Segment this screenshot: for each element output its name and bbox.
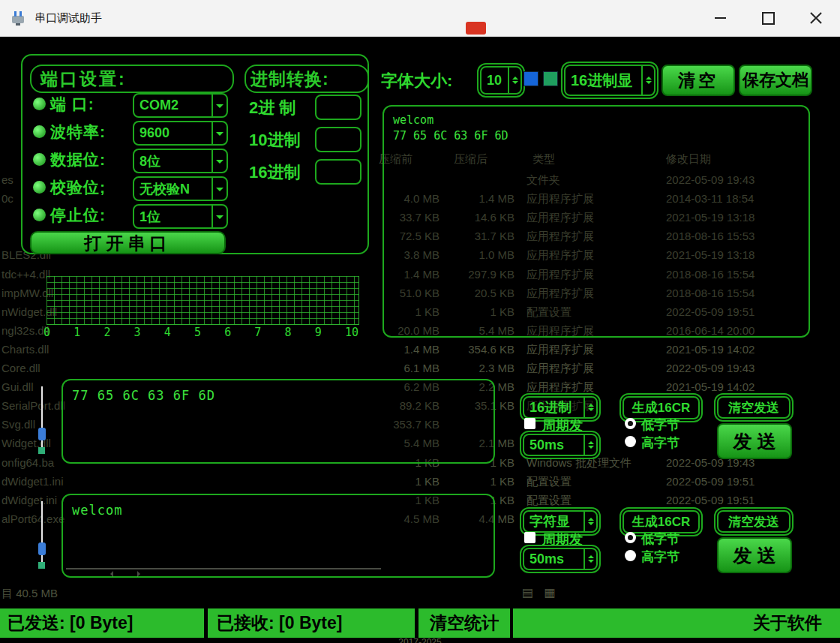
spin-up-icon (646, 74, 652, 80)
chart-x-tick-label: 7 (254, 326, 261, 339)
about-software-button[interactable]: 关于软件 (753, 611, 822, 635)
receive-terminal[interactable]: welcom 77 65 6C 63 6F 6D (382, 105, 810, 338)
background-size-after: 354.6 KB (444, 343, 514, 356)
sent-counter: 已发送: [0 Byte] (0, 608, 204, 638)
spinner-arrows-icon[interactable] (584, 398, 596, 417)
background-file-date: 2022-05-09 19:43 (666, 362, 800, 374)
high-byte-radio[interactable] (625, 436, 636, 447)
low-byte-label: 低字节 (641, 416, 680, 434)
clear-stats-button[interactable]: 清空统计 (418, 608, 510, 638)
background-red-badge (466, 22, 486, 35)
chart-x-tick-label: 3 (134, 326, 141, 339)
background-file-row: Core.dll6.1 MB2.3 MB应用程序扩展2022-05-09 19:… (0, 362, 840, 378)
vertical-slider (38, 386, 46, 450)
chart-x-tick-label: 6 (224, 326, 231, 339)
maximize-icon (762, 12, 775, 25)
send-terminal-2[interactable]: welcom (62, 494, 495, 578)
background-file-date: 2021-05-19 14:02 (666, 343, 800, 356)
background-hscrollbar (66, 568, 381, 577)
background-file-name: Widget.dll (2, 437, 63, 449)
spinner-value: 50ms (524, 435, 584, 455)
high-byte-label: 高字节 (641, 548, 680, 566)
slider-track (41, 386, 43, 450)
spin-down-icon (512, 81, 518, 87)
status-bar: 已发送: [0 Byte] 已接收: [0 Byte] 清空统计 关于软件 (0, 608, 840, 638)
clear-receive-button[interactable]: 清空 (662, 65, 735, 96)
spin-up-icon (588, 438, 594, 444)
font-size-value: 10 (482, 68, 508, 93)
dropdown-value: 字符显 (524, 512, 584, 531)
spinner-arrows-icon[interactable] (641, 66, 654, 95)
spinner-value: 50ms (524, 549, 584, 569)
close-button[interactable] (792, 0, 840, 36)
spin-down-icon (588, 522, 594, 528)
background-size-after: 2.3 MB (444, 362, 514, 374)
periodic-send-checkbox[interactable] (524, 532, 536, 543)
font-size-spinner[interactable]: 10 (480, 66, 522, 95)
periodic-send-checkbox[interactable] (524, 418, 536, 429)
spinner-arrows-icon[interactable] (584, 435, 596, 455)
background-size-before: 1.4 MB (358, 343, 440, 356)
foreground-color-swatch[interactable] (524, 71, 538, 86)
periodic-send-label: 周期发 (542, 416, 583, 434)
base-convert-input[interactable] (315, 159, 362, 185)
save-document-button[interactable]: 保存文档 (739, 65, 812, 96)
low-byte-label: 低字节 (641, 530, 680, 548)
spin-up-icon (588, 401, 594, 407)
chart-x-tick-label: 0 (44, 326, 50, 339)
statusbar-right: 关于软件 (513, 608, 840, 638)
chart-x-tick-label: 9 (315, 326, 322, 339)
spinner-arrows-icon[interactable] (584, 512, 596, 531)
chart-x-axis: 012345678910 (44, 326, 358, 339)
send-terminal-1[interactable]: 77 65 6C 63 6F 6D (62, 379, 495, 464)
vertical-slider (38, 501, 46, 565)
display-mode-value: 16进制显 (566, 66, 641, 95)
base-convert-label: 2进 制 (249, 97, 296, 119)
base-convert-rows: 2进 制10进制16进制 (22, 56, 368, 253)
slider-handle[interactable] (38, 542, 46, 555)
clear-send-button[interactable]: 清空发送 (717, 510, 790, 533)
background-file-name: onfig64.ba (2, 456, 63, 469)
font-size-label: 字体大小: (381, 70, 452, 92)
background-file-type: 应用程序扩展 (526, 380, 666, 395)
high-byte-radio[interactable] (625, 550, 636, 561)
send-button[interactable]: 发 送 (717, 423, 792, 459)
background-size-before: 1 KB (358, 475, 440, 488)
low-byte-radio[interactable] (625, 532, 636, 543)
send-button[interactable]: 发 送 (717, 537, 792, 573)
background-footer-text: 目 40.5 MB (2, 587, 58, 601)
high-byte-label: 高字节 (641, 434, 680, 452)
send-format-dropdown[interactable]: 字符显 (523, 510, 598, 533)
base-convert-input[interactable] (315, 127, 362, 152)
waveform-chart-grid (46, 276, 359, 325)
chart-x-tick-label: 4 (164, 326, 171, 339)
send-interval-spinner[interactable]: 50ms (523, 434, 598, 456)
spin-up-icon (512, 74, 518, 80)
slider-dot (38, 562, 45, 569)
base-convert-input[interactable] (315, 95, 362, 120)
send-controls-2: 字符显周期发50ms生成16CR低字节高字节清空发送发 送 (523, 510, 790, 594)
maximize-button[interactable] (744, 0, 792, 36)
send-interval-spinner[interactable]: 50ms (523, 548, 598, 570)
display-mode-dropdown[interactable]: 16进制显 (564, 65, 656, 96)
dropdown-value: 16进制 (524, 398, 584, 417)
minimize-icon (715, 17, 726, 19)
receive-line: 77 65 6C 63 6F 6D (393, 128, 800, 144)
open-port-button[interactable]: 打开串口 (30, 231, 226, 254)
background-file-name: Core.dll (2, 362, 63, 374)
slider-handle[interactable] (38, 428, 46, 440)
minimize-button[interactable] (696, 0, 744, 36)
slider-track (41, 501, 43, 565)
clear-send-button[interactable]: 清空发送 (717, 396, 790, 419)
spinner-arrows-icon[interactable] (584, 549, 596, 569)
background-color-swatch[interactable] (543, 71, 558, 86)
send-format-dropdown[interactable]: 16进制 (523, 396, 598, 419)
spinner-arrows-icon[interactable] (508, 68, 520, 93)
receive-line: welcom (393, 113, 800, 128)
spin-down-icon (588, 408, 594, 414)
chart-x-tick-label: 5 (194, 326, 201, 339)
send-text: 77 65 6C 63 6F 6D (72, 388, 484, 403)
spin-down-icon (588, 446, 594, 452)
low-byte-radio[interactable] (625, 418, 636, 429)
periodic-send-label: 周期发 (542, 530, 583, 548)
